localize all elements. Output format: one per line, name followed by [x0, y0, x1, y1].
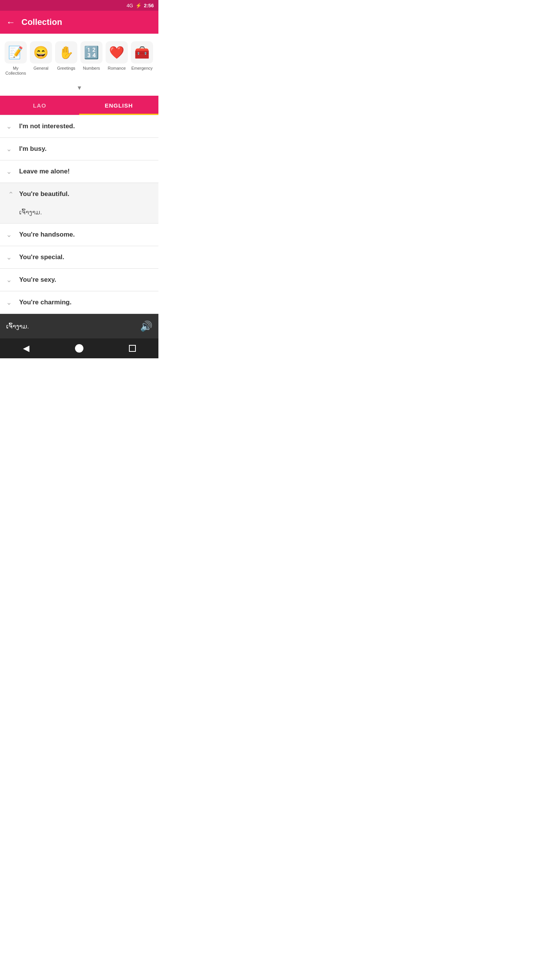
phrase-text-4: You're beautiful.: [19, 190, 69, 198]
sound-button[interactable]: 🔊: [140, 320, 152, 332]
tab-lao-label: LAO: [33, 102, 46, 109]
chevron-icon-7: ⌄: [6, 276, 14, 284]
tab-english-label: ENGLISH: [105, 102, 133, 109]
chevron-icon-1: ⌄: [6, 122, 14, 131]
phrase-item-2: ⌄ I'm busy.: [0, 138, 158, 160]
chevron-icon-6: ⌄: [6, 253, 14, 261]
phrase-item-4: ⌄ You're beautiful. ເຈົ້າງາມ.: [0, 183, 158, 224]
nav-recent-icon: [129, 345, 136, 352]
nav-bar: ◀: [0, 338, 158, 358]
nav-home-button[interactable]: [75, 344, 83, 353]
phrase-item-1: ⌄ I'm not interested.: [0, 115, 158, 138]
bottom-phrase-text: ເຈົ້າງາມ.: [6, 322, 29, 330]
page-title: Collection: [21, 17, 62, 27]
phrase-translation-4: ເຈົ້າງາມ.: [0, 205, 158, 223]
phrase-item-3: ⌄ Leave me alone!: [0, 160, 158, 183]
category-row: 📝 My Collections 😄 General ✋ Greetings 🔢…: [0, 34, 158, 80]
phrase-text-5: You're handsome.: [19, 231, 75, 238]
battery-icon: ⚡: [135, 3, 142, 8]
phrase-header-4[interactable]: ⌄ You're beautiful.: [0, 183, 158, 205]
numbers-icon: 🔢: [80, 41, 103, 64]
category-label-greetings: Greetings: [57, 66, 75, 71]
status-bar: 4G ⚡ 2:56: [0, 0, 158, 11]
chevron-icon-3: ⌄: [6, 167, 14, 176]
app-header: ← Collection: [0, 11, 158, 34]
category-label-numbers: Numbers: [83, 66, 100, 71]
tab-lao[interactable]: LAO: [0, 96, 79, 115]
category-item-numbers[interactable]: 🔢 Numbers: [79, 40, 104, 72]
phrase-item-7: ⌄ You're sexy.: [0, 269, 158, 291]
category-item-emergency[interactable]: 🧰 Emergency: [129, 40, 155, 72]
expand-categories-button[interactable]: ▾: [0, 80, 158, 96]
phrase-item-8: ⌄ You're charming.: [0, 291, 158, 314]
language-tabs: LAO ENGLISH: [0, 96, 158, 115]
phrase-text-7: You're sexy.: [19, 276, 56, 284]
category-label-general: General: [33, 66, 48, 71]
phrase-text-6: You're special.: [19, 253, 64, 261]
nav-recent-button[interactable]: [129, 345, 136, 352]
romance-icon: ❤️: [106, 41, 128, 64]
tab-english[interactable]: ENGLISH: [79, 96, 158, 115]
phrase-text-1: I'm not interested.: [19, 122, 75, 130]
category-item-my-collections[interactable]: 📝 My Collections: [3, 40, 28, 77]
general-icon: 😄: [30, 41, 52, 64]
phrase-header-3[interactable]: ⌄ Leave me alone!: [0, 160, 158, 183]
my-collections-icon: 📝: [5, 41, 27, 64]
nav-home-icon: [75, 344, 83, 353]
greetings-icon: ✋: [55, 41, 77, 64]
category-item-greetings[interactable]: ✋ Greetings: [54, 40, 79, 72]
bottom-bar: ເຈົ້າງາມ. 🔊: [0, 314, 158, 338]
category-label-romance: Romance: [108, 66, 126, 71]
chevron-icon-5: ⌄: [6, 230, 14, 239]
phrase-header-5[interactable]: ⌄ You're handsome.: [0, 224, 158, 246]
category-item-romance[interactable]: ❤️ Romance: [104, 40, 129, 72]
phrase-header-2[interactable]: ⌄ I'm busy.: [0, 138, 158, 160]
category-item-general[interactable]: 😄 General: [28, 40, 54, 72]
phrase-item-5: ⌄ You're handsome.: [0, 224, 158, 246]
phrase-header-6[interactable]: ⌄ You're special.: [0, 246, 158, 268]
phrase-text-8: You're charming.: [19, 299, 72, 306]
phrase-text-3: Leave me alone!: [19, 168, 70, 175]
back-icon: ←: [6, 17, 15, 28]
phrase-header-8[interactable]: ⌄ You're charming.: [0, 291, 158, 314]
phrase-text-2: I'm busy.: [19, 145, 47, 153]
nav-back-button[interactable]: ◀: [23, 343, 29, 353]
nav-back-icon: ◀: [23, 343, 29, 353]
back-button[interactable]: ←: [6, 17, 15, 28]
signal-icon: 4G: [127, 3, 133, 8]
phrase-list: ⌄ I'm not interested. ⌄ I'm busy. ⌄ Leav…: [0, 115, 158, 314]
chevron-down-icon: ▾: [78, 83, 81, 92]
category-label-emergency: Emergency: [131, 66, 153, 71]
chevron-icon-4: ⌄: [6, 190, 14, 198]
phrase-item-6: ⌄ You're special.: [0, 246, 158, 269]
chevron-icon-8: ⌄: [6, 298, 14, 307]
chevron-icon-2: ⌄: [6, 145, 14, 153]
category-label-my-collections: My Collections: [5, 66, 27, 76]
time-display: 2:56: [144, 3, 154, 8]
sound-icon: 🔊: [140, 320, 152, 332]
phrase-header-7[interactable]: ⌄ You're sexy.: [0, 269, 158, 291]
emergency-icon: 🧰: [131, 41, 153, 64]
phrase-header-1[interactable]: ⌄ I'm not interested.: [0, 115, 158, 137]
